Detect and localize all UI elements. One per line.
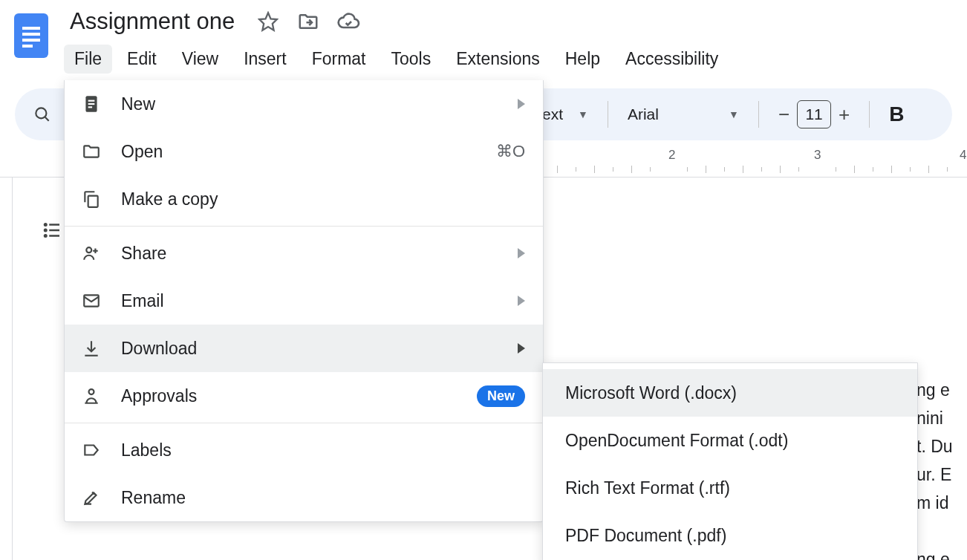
docs-app-icon[interactable] bbox=[10, 9, 52, 62]
menu-item-label: Rename bbox=[121, 488, 525, 508]
menu-format[interactable]: Format bbox=[302, 45, 377, 74]
svg-rect-1 bbox=[22, 27, 40, 30]
menu-item-label: Make a copy bbox=[121, 189, 525, 209]
rename-icon bbox=[81, 487, 102, 508]
menu-item-label: Email bbox=[121, 291, 498, 311]
svg-line-7 bbox=[45, 117, 49, 121]
email-icon bbox=[81, 290, 102, 311]
bold-button[interactable]: B bbox=[885, 102, 908, 126]
svg-point-12 bbox=[44, 234, 48, 238]
chevron-down-icon: ▼ bbox=[729, 108, 739, 120]
menu-help[interactable]: Help bbox=[555, 45, 611, 74]
font-name: Arial bbox=[628, 105, 659, 123]
chevron-down-icon: ▼ bbox=[578, 108, 588, 120]
svg-marker-5 bbox=[260, 13, 277, 30]
menu-item-rename[interactable]: Rename bbox=[65, 474, 543, 521]
download-icon bbox=[81, 338, 102, 359]
svg-rect-14 bbox=[88, 100, 95, 102]
svg-rect-17 bbox=[88, 196, 98, 207]
ruler-mark-3: 3 bbox=[814, 148, 821, 163]
menu-item-make-a-copy[interactable]: Make a copy bbox=[65, 175, 543, 223]
star-icon[interactable] bbox=[255, 9, 281, 34]
increase-font-size-button[interactable]: + bbox=[839, 103, 850, 126]
menu-item-label: Download bbox=[121, 339, 498, 359]
svg-rect-13 bbox=[49, 235, 59, 237]
submenu-arrow-icon bbox=[518, 343, 525, 354]
download-odt[interactable]: OpenDocument Format (.odt) bbox=[543, 417, 917, 464]
app-root: Assignment one bbox=[0, 0, 967, 560]
svg-point-6 bbox=[36, 108, 46, 118]
menu-item-labels[interactable]: Labels bbox=[65, 426, 543, 474]
svg-point-8 bbox=[44, 223, 48, 227]
font-size-controls: − 11 + bbox=[774, 100, 854, 128]
download-pdf[interactable]: PDF Document (.pdf) bbox=[543, 512, 917, 559]
download-submenu: Microsoft Word (.docx) OpenDocument Form… bbox=[542, 362, 918, 560]
font-selector[interactable]: Arial ▼ bbox=[623, 105, 743, 123]
search-icon[interactable] bbox=[30, 105, 56, 124]
menubar: File Edit View Insert Format Tools Exten… bbox=[64, 45, 957, 74]
new-file-icon bbox=[81, 94, 102, 114]
menu-item-new[interactable]: New bbox=[65, 80, 543, 128]
menu-item-email[interactable]: Email bbox=[65, 277, 543, 325]
svg-point-20 bbox=[89, 389, 94, 394]
submenu-arrow-icon bbox=[518, 99, 525, 109]
font-size-input[interactable]: 11 bbox=[797, 100, 831, 128]
menu-item-download[interactable]: Download bbox=[65, 325, 543, 372]
svg-point-10 bbox=[44, 229, 48, 232]
download-docx[interactable]: Microsoft Word (.docx) bbox=[543, 369, 917, 417]
menu-item-approvals[interactable]: Approvals New bbox=[65, 372, 543, 420]
title-row: Assignment one bbox=[64, 6, 957, 37]
outline-toggle-icon[interactable] bbox=[36, 215, 68, 246]
document-title[interactable]: Assignment one bbox=[64, 5, 241, 38]
download-rtf[interactable]: Rich Text Format (.rtf) bbox=[543, 464, 917, 512]
svg-rect-4 bbox=[22, 45, 33, 48]
header-main: Assignment one bbox=[64, 6, 957, 74]
svg-rect-11 bbox=[49, 229, 59, 232]
ruler-mark-4: 4 bbox=[960, 148, 966, 163]
menu-extensions[interactable]: Extensions bbox=[446, 45, 550, 74]
menu-view[interactable]: View bbox=[172, 45, 229, 74]
style-name: ext bbox=[542, 105, 563, 123]
new-badge: New bbox=[477, 385, 525, 407]
menu-item-share[interactable]: Share bbox=[65, 229, 543, 277]
folder-icon bbox=[81, 141, 102, 162]
copy-icon bbox=[81, 189, 102, 209]
menu-item-label: Approvals bbox=[121, 386, 458, 406]
svg-rect-2 bbox=[22, 33, 40, 36]
svg-rect-3 bbox=[22, 39, 40, 42]
menu-item-label: Labels bbox=[121, 440, 525, 460]
menu-item-label: Open bbox=[121, 142, 477, 162]
share-icon bbox=[81, 243, 102, 264]
menu-item-label: New bbox=[121, 94, 498, 114]
file-menu-dropdown: New Open ⌘O Make a copy Share bbox=[64, 80, 544, 522]
submenu-arrow-icon bbox=[518, 248, 525, 258]
menu-file[interactable]: File bbox=[64, 45, 112, 74]
menu-item-label: Share bbox=[121, 244, 498, 264]
decrease-font-size-button[interactable]: − bbox=[778, 103, 789, 126]
menu-insert[interactable]: Insert bbox=[233, 45, 297, 74]
paragraph-style-selector[interactable]: ext ▼ bbox=[538, 105, 593, 123]
ruler-mark-2: 2 bbox=[668, 148, 675, 163]
header: Assignment one bbox=[0, 0, 967, 74]
menu-tools[interactable]: Tools bbox=[381, 45, 442, 74]
keyboard-shortcut: ⌘O bbox=[496, 142, 525, 161]
svg-rect-9 bbox=[49, 224, 59, 226]
submenu-arrow-icon bbox=[518, 296, 525, 306]
document-text-fragment: ng e nini t. Du ur. E m id ng e bbox=[916, 348, 967, 560]
approvals-icon bbox=[81, 385, 102, 406]
menu-item-open[interactable]: Open ⌘O bbox=[65, 128, 543, 175]
cloud-saved-icon[interactable] bbox=[336, 9, 361, 34]
move-to-folder-icon[interactable] bbox=[296, 9, 321, 34]
svg-point-18 bbox=[86, 247, 91, 253]
menu-edit[interactable]: Edit bbox=[117, 45, 167, 74]
labels-icon bbox=[81, 440, 102, 460]
svg-rect-16 bbox=[88, 106, 92, 108]
menu-accessibility[interactable]: Accessibility bbox=[615, 45, 729, 74]
svg-rect-15 bbox=[88, 103, 95, 105]
